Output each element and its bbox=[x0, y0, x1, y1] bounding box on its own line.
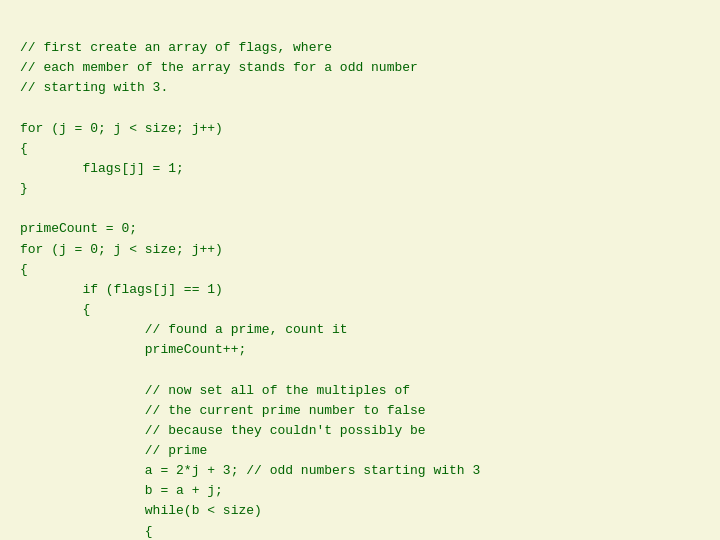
code-line: primeCount++; bbox=[20, 340, 700, 360]
code-line: a = 2*j + 3; // odd numbers starting wit… bbox=[20, 461, 700, 481]
code-line: while(b < size) bbox=[20, 501, 700, 521]
code-line: for (j = 0; j < size; j++) bbox=[20, 240, 700, 260]
code-line: // prime bbox=[20, 441, 700, 461]
code-line: { bbox=[20, 260, 700, 280]
code-line: // the current prime number to false bbox=[20, 401, 700, 421]
code-line: primeCount = 0; bbox=[20, 219, 700, 239]
code-line bbox=[20, 360, 700, 380]
code-line: } bbox=[20, 179, 700, 199]
code-line: for (j = 0; j < size; j++) bbox=[20, 119, 700, 139]
code-line: // now set all of the multiples of bbox=[20, 381, 700, 401]
code-line: b = a + j; bbox=[20, 481, 700, 501]
code-line: // found a prime, count it bbox=[20, 320, 700, 340]
code-line: { bbox=[20, 300, 700, 320]
code-line: if (flags[j] == 1) bbox=[20, 280, 700, 300]
code-line: // each member of the array stands for a… bbox=[20, 58, 700, 78]
code-line: // starting with 3. bbox=[20, 78, 700, 98]
code-block: // first create an array of flags, where… bbox=[0, 0, 720, 540]
code-line bbox=[20, 199, 700, 219]
code-line: flags[j] = 1; bbox=[20, 159, 700, 179]
code-line: { bbox=[20, 139, 700, 159]
code-line: { bbox=[20, 522, 700, 540]
code-line: // because they couldn't possibly be bbox=[20, 421, 700, 441]
code-line: // first create an array of flags, where bbox=[20, 38, 700, 58]
code-line bbox=[20, 99, 700, 119]
